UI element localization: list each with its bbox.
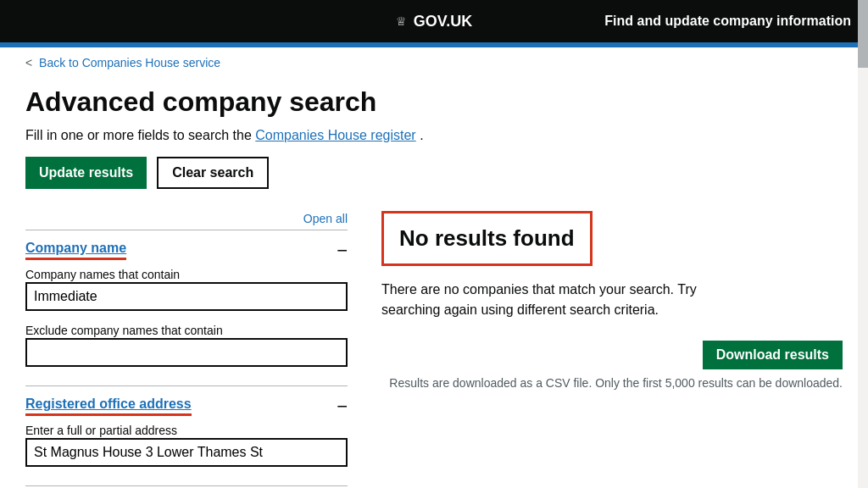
company-name-input[interactable]	[25, 282, 348, 311]
exclude-label: Exclude company names that contain	[25, 324, 223, 337]
site-header: ♕ GOV.UK Find and update company informa…	[0, 0, 868, 47]
chevron-icon: <	[25, 56, 32, 69]
breadcrumb: < Back to Companies House service	[0, 47, 868, 78]
no-results-title: No results found	[399, 225, 575, 251]
download-results-button[interactable]: Download results	[703, 341, 843, 369]
open-all-link[interactable]: Open all	[303, 212, 348, 225]
results-area: No results found There are no companies …	[381, 211, 843, 488]
action-buttons: Update results Clear search	[25, 157, 843, 189]
registered-office-title: Registered office address	[25, 396, 192, 416]
exclude-name-input[interactable]	[25, 338, 348, 367]
download-note: Results are downloaded as a CSV file. On…	[389, 376, 843, 390]
company-name-toggle[interactable]: −	[337, 241, 348, 260]
subtitle-prefix: Fill in one or more fields to search the	[25, 128, 252, 142]
crown-icon: ♕	[396, 14, 407, 28]
company-name-title: Company name	[25, 241, 126, 260]
scrollbar-thumb[interactable]	[858, 0, 868, 68]
open-all-row: Open all	[25, 211, 348, 226]
clear-search-button[interactable]: Clear search	[157, 157, 269, 189]
company-name-section: Company name − Company names that contai…	[25, 230, 348, 385]
registered-office-header[interactable]: Registered office address −	[25, 396, 348, 416]
company-name-header[interactable]: Company name −	[25, 241, 348, 260]
address-input[interactable]	[25, 438, 348, 467]
registered-office-toggle[interactable]: −	[337, 397, 348, 416]
gov-uk-wordmark: GOV.UK	[414, 13, 472, 30]
address-label: Enter a full or partial address	[25, 424, 177, 437]
update-results-button[interactable]: Update results	[25, 157, 147, 189]
header-title: Find and update company information	[604, 14, 851, 29]
subtitle-suffix: .	[420, 128, 423, 142]
scrollbar-track[interactable]	[858, 0, 868, 488]
back-link[interactable]: Back to Companies House service	[39, 56, 220, 69]
no-results-box: No results found	[381, 211, 593, 266]
contains-label: Company names that contain	[25, 268, 180, 281]
filters-sidebar: Open all Company name − Company names th…	[25, 211, 348, 488]
no-results-description: There are no companies that match your s…	[381, 280, 737, 320]
page-title: Advanced company search	[25, 86, 843, 118]
main-content: Open all Company name − Company names th…	[0, 211, 868, 488]
page-subtitle: Fill in one or more fields to search the…	[25, 128, 843, 143]
registered-office-section: Registered office address − Enter a full…	[25, 385, 348, 485]
gov-uk-logo: ♕ GOV.UK	[396, 13, 472, 30]
download-row: Download results Results are downloaded …	[381, 341, 843, 390]
companies-house-link[interactable]: Companies House register	[255, 128, 415, 142]
